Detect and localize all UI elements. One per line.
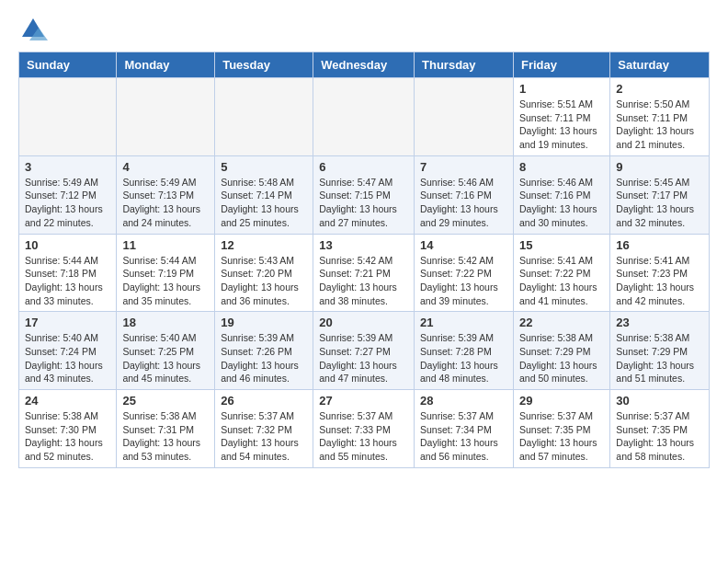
day-number: 23 xyxy=(616,316,703,329)
day-of-week-header: Monday xyxy=(117,52,215,78)
day-info: Sunrise: 5:37 AM Sunset: 7:32 PM Dayligh… xyxy=(221,409,307,464)
day-number: 13 xyxy=(319,238,408,252)
calendar-week-row: 3Sunrise: 5:49 AM Sunset: 7:12 PM Daylig… xyxy=(19,155,710,234)
day-number: 14 xyxy=(420,238,507,252)
calendar-week-row: 10Sunrise: 5:44 AM Sunset: 7:18 PM Dayli… xyxy=(19,234,710,312)
day-number: 17 xyxy=(25,316,110,329)
calendar-cell: 13Sunrise: 5:42 AM Sunset: 7:21 PM Dayli… xyxy=(313,234,415,312)
calendar-cell: 20Sunrise: 5:39 AM Sunset: 7:27 PM Dayli… xyxy=(313,312,415,390)
day-number: 8 xyxy=(519,160,604,174)
calendar-cell xyxy=(313,78,415,156)
day-info: Sunrise: 5:38 AM Sunset: 7:31 PM Dayligh… xyxy=(122,409,209,464)
calendar-cell: 23Sunrise: 5:38 AM Sunset: 7:29 PM Dayli… xyxy=(610,312,710,390)
calendar-week-row: 1Sunrise: 5:51 AM Sunset: 7:11 PM Daylig… xyxy=(19,78,710,156)
calendar-week-row: 24Sunrise: 5:38 AM Sunset: 7:30 PM Dayli… xyxy=(19,390,710,468)
calendar-cell: 30Sunrise: 5:37 AM Sunset: 7:35 PM Dayli… xyxy=(610,390,710,468)
calendar-cell xyxy=(215,78,313,156)
day-info: Sunrise: 5:49 AM Sunset: 7:13 PM Dayligh… xyxy=(122,176,209,230)
day-number: 11 xyxy=(122,238,209,252)
day-info: Sunrise: 5:41 AM Sunset: 7:22 PM Dayligh… xyxy=(519,254,604,308)
day-number: 30 xyxy=(616,394,703,408)
day-info: Sunrise: 5:50 AM Sunset: 7:11 PM Dayligh… xyxy=(616,98,703,152)
calendar-cell: 12Sunrise: 5:43 AM Sunset: 7:20 PM Dayli… xyxy=(215,234,313,312)
day-of-week-header: Wednesday xyxy=(313,52,415,78)
day-number: 5 xyxy=(221,160,307,174)
calendar-cell: 21Sunrise: 5:39 AM Sunset: 7:28 PM Dayli… xyxy=(415,312,514,390)
calendar-cell: 19Sunrise: 5:39 AM Sunset: 7:26 PM Dayli… xyxy=(215,312,313,390)
day-info: Sunrise: 5:39 AM Sunset: 7:26 PM Dayligh… xyxy=(221,331,307,385)
day-info: Sunrise: 5:37 AM Sunset: 7:33 PM Dayligh… xyxy=(319,409,408,464)
day-info: Sunrise: 5:46 AM Sunset: 7:16 PM Dayligh… xyxy=(519,176,604,230)
day-number: 7 xyxy=(420,160,507,174)
calendar-cell: 2Sunrise: 5:50 AM Sunset: 7:11 PM Daylig… xyxy=(610,78,710,156)
header xyxy=(18,15,710,44)
day-info: Sunrise: 5:39 AM Sunset: 7:28 PM Dayligh… xyxy=(420,331,507,385)
day-info: Sunrise: 5:49 AM Sunset: 7:12 PM Dayligh… xyxy=(25,176,110,230)
day-of-week-header: Sunday xyxy=(19,52,117,78)
calendar-cell: 25Sunrise: 5:38 AM Sunset: 7:31 PM Dayli… xyxy=(117,390,215,468)
day-of-week-header: Saturday xyxy=(610,52,710,78)
day-info: Sunrise: 5:43 AM Sunset: 7:20 PM Dayligh… xyxy=(221,254,307,308)
day-number: 10 xyxy=(25,238,110,252)
day-number: 12 xyxy=(221,238,307,252)
calendar-cell: 26Sunrise: 5:37 AM Sunset: 7:32 PM Dayli… xyxy=(215,390,313,468)
calendar: SundayMondayTuesdayWednesdayThursdayFrid… xyxy=(18,52,710,468)
day-number: 21 xyxy=(420,316,507,329)
day-info: Sunrise: 5:38 AM Sunset: 7:29 PM Dayligh… xyxy=(616,331,703,385)
calendar-cell: 5Sunrise: 5:48 AM Sunset: 7:14 PM Daylig… xyxy=(215,155,313,234)
day-of-week-header: Tuesday xyxy=(215,52,313,78)
calendar-cell xyxy=(415,78,514,156)
calendar-cell: 1Sunrise: 5:51 AM Sunset: 7:11 PM Daylig… xyxy=(513,78,609,156)
calendar-cell xyxy=(19,78,117,156)
day-info: Sunrise: 5:51 AM Sunset: 7:11 PM Dayligh… xyxy=(519,98,604,152)
day-info: Sunrise: 5:37 AM Sunset: 7:35 PM Dayligh… xyxy=(519,409,604,464)
calendar-cell: 6Sunrise: 5:47 AM Sunset: 7:15 PM Daylig… xyxy=(313,155,415,234)
calendar-cell: 11Sunrise: 5:44 AM Sunset: 7:19 PM Dayli… xyxy=(117,234,215,312)
day-info: Sunrise: 5:46 AM Sunset: 7:16 PM Dayligh… xyxy=(420,176,507,230)
calendar-cell: 22Sunrise: 5:38 AM Sunset: 7:29 PM Dayli… xyxy=(513,312,609,390)
day-info: Sunrise: 5:41 AM Sunset: 7:23 PM Dayligh… xyxy=(616,254,703,308)
day-info: Sunrise: 5:40 AM Sunset: 7:24 PM Dayligh… xyxy=(25,331,110,385)
day-info: Sunrise: 5:44 AM Sunset: 7:18 PM Dayligh… xyxy=(25,254,110,308)
day-number: 15 xyxy=(519,238,604,252)
calendar-cell: 10Sunrise: 5:44 AM Sunset: 7:18 PM Dayli… xyxy=(19,234,117,312)
calendar-cell: 9Sunrise: 5:45 AM Sunset: 7:17 PM Daylig… xyxy=(610,155,710,234)
day-info: Sunrise: 5:44 AM Sunset: 7:19 PM Dayligh… xyxy=(122,254,209,308)
day-number: 24 xyxy=(25,394,110,408)
day-number: 1 xyxy=(519,82,604,96)
day-number: 26 xyxy=(221,394,307,408)
day-info: Sunrise: 5:48 AM Sunset: 7:14 PM Dayligh… xyxy=(221,176,307,230)
calendar-cell: 27Sunrise: 5:37 AM Sunset: 7:33 PM Dayli… xyxy=(313,390,415,468)
day-info: Sunrise: 5:45 AM Sunset: 7:17 PM Dayligh… xyxy=(616,176,703,230)
day-number: 29 xyxy=(519,394,604,408)
day-number: 9 xyxy=(616,160,703,174)
day-number: 16 xyxy=(616,238,703,252)
day-number: 25 xyxy=(122,394,209,408)
day-number: 6 xyxy=(319,160,408,174)
calendar-cell: 3Sunrise: 5:49 AM Sunset: 7:12 PM Daylig… xyxy=(19,155,117,234)
calendar-cell: 14Sunrise: 5:42 AM Sunset: 7:22 PM Dayli… xyxy=(415,234,514,312)
calendar-cell: 7Sunrise: 5:46 AM Sunset: 7:16 PM Daylig… xyxy=(415,155,514,234)
logo-icon xyxy=(18,15,48,44)
day-number: 18 xyxy=(122,316,209,329)
day-info: Sunrise: 5:42 AM Sunset: 7:22 PM Dayligh… xyxy=(420,254,507,308)
logo xyxy=(18,15,51,44)
calendar-cell: 28Sunrise: 5:37 AM Sunset: 7:34 PM Dayli… xyxy=(415,390,514,468)
day-number: 4 xyxy=(122,160,209,174)
calendar-cell: 18Sunrise: 5:40 AM Sunset: 7:25 PM Dayli… xyxy=(117,312,215,390)
calendar-cell xyxy=(117,78,215,156)
day-info: Sunrise: 5:38 AM Sunset: 7:29 PM Dayligh… xyxy=(519,331,604,385)
day-number: 19 xyxy=(221,316,307,329)
calendar-week-row: 17Sunrise: 5:40 AM Sunset: 7:24 PM Dayli… xyxy=(19,312,710,390)
day-info: Sunrise: 5:38 AM Sunset: 7:30 PM Dayligh… xyxy=(25,409,110,464)
calendar-cell: 16Sunrise: 5:41 AM Sunset: 7:23 PM Dayli… xyxy=(610,234,710,312)
calendar-cell: 4Sunrise: 5:49 AM Sunset: 7:13 PM Daylig… xyxy=(117,155,215,234)
day-number: 3 xyxy=(25,160,110,174)
day-info: Sunrise: 5:39 AM Sunset: 7:27 PM Dayligh… xyxy=(319,331,408,385)
calendar-header-row: SundayMondayTuesdayWednesdayThursdayFrid… xyxy=(19,52,710,78)
day-number: 22 xyxy=(519,316,604,329)
calendar-cell: 8Sunrise: 5:46 AM Sunset: 7:16 PM Daylig… xyxy=(513,155,609,234)
calendar-cell: 15Sunrise: 5:41 AM Sunset: 7:22 PM Dayli… xyxy=(513,234,609,312)
day-number: 20 xyxy=(319,316,408,329)
calendar-cell: 24Sunrise: 5:38 AM Sunset: 7:30 PM Dayli… xyxy=(19,390,117,468)
